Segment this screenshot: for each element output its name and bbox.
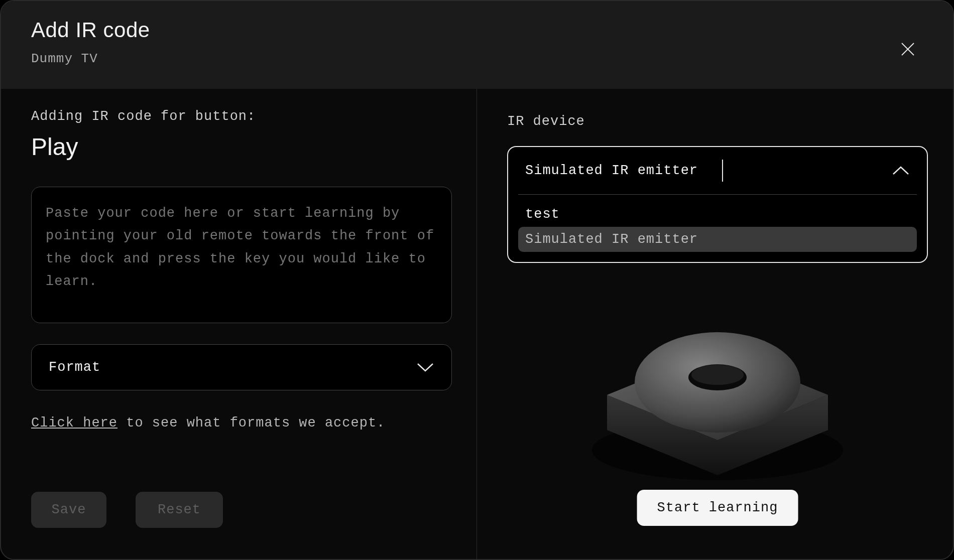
formats-hint-text: to see what formats we accept. [117,415,385,431]
ir-device-dropdown[interactable]: Simulated IR emitter test Simulated IR e… [507,146,928,263]
button-name: Play [31,133,446,161]
ir-device-options: test Simulated IR emitter [508,195,927,262]
ir-code-input[interactable] [31,187,452,323]
formats-hint: Click here to see what formats we accept… [31,415,446,431]
header-titles: Add IR code Dummy TV [31,18,150,66]
add-ir-code-modal: Add IR code Dummy TV Adding IR code for … [0,0,954,560]
ir-device-option-test[interactable]: test [518,202,917,227]
chevron-down-icon [416,362,434,373]
chevron-up-icon [892,165,910,176]
close-icon [900,42,915,57]
text-caret [722,160,723,182]
adding-label: Adding IR code for button: [31,109,446,124]
dock-image [577,259,858,490]
modal-body: Adding IR code for button: Play Format C… [1,89,953,559]
ir-device-label: IR device [507,114,928,129]
start-learning-button[interactable]: Start learning [637,490,798,526]
modal-subtitle: Dummy TV [31,51,150,66]
modal-title: Add IR code [31,18,150,42]
save-button[interactable]: Save [31,492,106,528]
ir-device-dropdown-header[interactable]: Simulated IR emitter [508,147,927,194]
left-footer: Save Reset [31,492,446,539]
left-column: Adding IR code for button: Play Format C… [1,89,477,559]
format-label: Format [49,360,100,375]
format-select[interactable]: Format [31,344,452,390]
ir-device-option-simulated[interactable]: Simulated IR emitter [518,227,917,252]
formats-hint-link[interactable]: Click here [31,415,117,431]
modal-header: Add IR code Dummy TV [1,1,953,89]
ir-device-selected: Simulated IR emitter [525,160,723,182]
svg-point-7 [691,365,744,385]
reset-button[interactable]: Reset [136,492,223,528]
right-column: IR device Simulated IR emitter test Simu… [477,89,954,559]
close-button[interactable] [893,34,923,64]
ir-device-selected-text: Simulated IR emitter [525,163,698,178]
